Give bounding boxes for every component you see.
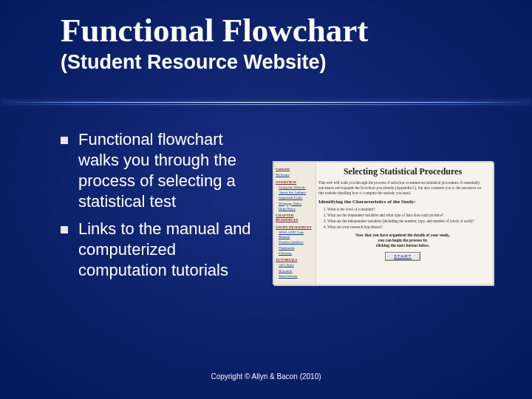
sidebar-link: StatsAdvisor [279, 274, 314, 279]
slide-subtitle: (Student Resource Website) [61, 51, 368, 74]
list-item: Functional flowchart walks you through t… [61, 129, 267, 213]
sidebar-link: Flashcards [279, 246, 314, 250]
sidebar-link: Help Notes [279, 207, 314, 211]
screenshot-question: What are the independent variables (incl… [327, 219, 487, 224]
website-screenshot: Contents Welcome OVERVIEW Using the Webs… [273, 162, 494, 285]
sidebar-link: Practice Quizzes [279, 240, 314, 245]
screenshot-main: Selecting Statistical Procedures This we… [313, 163, 493, 284]
screenshot-question: What is the level of constraint? [327, 207, 487, 212]
bullet-text: Functional flowchart walks you through t… [78, 129, 267, 213]
bullet-list: Functional flowchart walks you through t… [61, 129, 267, 287]
sidebar-link: Welcome [276, 173, 314, 177]
sidebar-link: SPSS APPC Lab Manual [279, 231, 314, 240]
sidebar-heading: Contents [276, 167, 314, 171]
screenshot-question: What are the dependent variables and wha… [327, 213, 487, 218]
list-item: Links to the manual and computerized com… [61, 219, 267, 281]
sidebar-heading: OVERVIEW [276, 180, 314, 185]
sidebar-link: Research [279, 269, 314, 273]
slide-title: Functional Flowchart [61, 13, 368, 48]
screenshot-question-list: What is the level of constraint? What ar… [327, 207, 487, 230]
screenshot-cta: Now that you have organized the details … [318, 233, 487, 248]
copyright-text: Copyright © Allyn & Bacon (2010) [0, 372, 532, 381]
sidebar-link: Using the Website [279, 185, 314, 190]
bullet-text: Links to the manual and computerized com… [78, 219, 267, 281]
screenshot-title: Selecting Statistical Procedures [318, 166, 487, 177]
sidebar-link: About the Authors [279, 191, 314, 195]
sidebar-heading: CHAPTER RESOURCES [276, 214, 314, 223]
divider-line [0, 102, 532, 103]
screenshot-section-heading: Identifying the Characteristics of the S… [318, 199, 487, 205]
sidebar-link: Glossary [279, 251, 314, 256]
screenshot-sidebar: Contents Welcome OVERVIEW Using the Webs… [274, 163, 316, 284]
sidebar-link: Webpage Index [279, 202, 314, 206]
sidebar-link: APA Style [279, 263, 314, 267]
bullet-icon [61, 137, 68, 144]
screenshot-question: What are your research hypotheses? [327, 225, 487, 230]
screenshot-intro: This web will walk you through the proce… [318, 180, 487, 195]
divider-line-glow [0, 104, 532, 105]
sidebar-heading: STUDY RESOURCES [276, 225, 314, 230]
sidebar-heading: TUTORIALS [276, 258, 314, 262]
start-button: START [385, 252, 420, 261]
bullet-icon [61, 226, 68, 233]
sidebar-link: Important Links [279, 196, 314, 200]
